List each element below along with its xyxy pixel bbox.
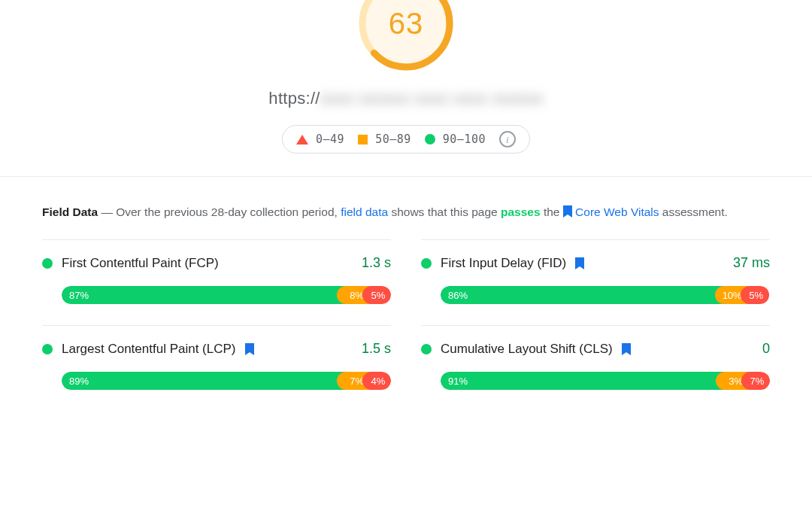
core-web-vitals-link[interactable]: Core Web Vitals	[575, 205, 659, 218]
distribution-poor-segment: 4%	[362, 372, 391, 390]
circle-good-icon	[425, 134, 435, 144]
legend-good-range: 90–100	[443, 132, 486, 146]
field-data-title: Field Data	[42, 205, 98, 218]
performance-score-gauge: 63	[357, 0, 455, 72]
field-data-text-2: shows that this page	[391, 205, 501, 218]
field-data-summary: Field Data — Over the previous 28-day co…	[42, 201, 770, 223]
metric-header: First Contentful Paint (FCP)1.3 s	[42, 255, 391, 271]
legend-average-range: 50–89	[375, 132, 411, 146]
field-data-passes: passes	[501, 205, 541, 218]
legend-info-icon[interactable]: i	[499, 131, 516, 148]
legend-good: 90–100	[425, 132, 486, 146]
url-redacted: xxxx xxxxxx xxxx xxxx xxxxxx	[320, 89, 544, 108]
metric-status-icon	[42, 258, 53, 269]
metric-card[interactable]: First Contentful Paint (FCP)1.3 s87%8%5%	[42, 239, 391, 304]
legend-poor: 0–49	[296, 132, 344, 146]
metric-card[interactable]: First Input Delay (FID)37 ms86%10%5%	[421, 239, 770, 304]
bookmark-icon	[563, 205, 572, 217]
metric-header: First Input Delay (FID)37 ms	[421, 255, 770, 271]
metric-distribution-bar: 89%7%4%	[62, 372, 391, 390]
metric-card[interactable]: Cumulative Layout Shift (CLS)091%3%7%	[421, 325, 770, 390]
field-data-text-1: — Over the previous 28-day collection pe…	[101, 205, 341, 218]
legend-average: 50–89	[358, 132, 411, 146]
metric-label: First Input Delay (FID)	[441, 256, 566, 271]
metric-distribution-bar: 86%10%5%	[441, 286, 770, 304]
field-data-text-3: the	[544, 205, 563, 218]
metric-label: Largest Contentful Paint (LCP)	[62, 342, 236, 357]
score-legend: 0–49 50–89 90–100 i	[282, 125, 530, 154]
metric-distribution-bar: 91%3%7%	[441, 372, 770, 390]
performance-score-value: 63	[357, 0, 455, 72]
square-average-icon	[358, 135, 368, 144]
metric-value: 1.3 s	[362, 255, 391, 271]
distribution-good-segment: 89%	[62, 372, 346, 390]
metric-label: First Contentful Paint (FCP)	[62, 256, 219, 271]
triangle-poor-icon	[296, 135, 308, 144]
metric-value: 0	[762, 341, 770, 357]
metric-status-icon	[421, 258, 432, 269]
metric-card[interactable]: Largest Contentful Paint (LCP)1.5 s89%7%…	[42, 325, 391, 390]
metric-label: Cumulative Layout Shift (CLS)	[441, 342, 613, 357]
distribution-good-segment: 86%	[441, 286, 724, 304]
metric-value: 37 ms	[733, 255, 770, 271]
metric-header: Cumulative Layout Shift (CLS)0	[421, 341, 770, 357]
url-prefix: https://	[268, 89, 320, 108]
legend-poor-range: 0–49	[316, 132, 344, 146]
metric-status-icon	[421, 344, 432, 354]
core-web-vital-bookmark-icon	[575, 257, 584, 269]
metric-header: Largest Contentful Paint (LCP)1.5 s	[42, 341, 391, 357]
metric-distribution-bar: 87%8%5%	[62, 286, 391, 304]
distribution-poor-segment: 5%	[741, 286, 769, 304]
core-web-vital-bookmark-icon	[245, 343, 254, 355]
section-divider	[0, 176, 812, 177]
distribution-poor-segment: 7%	[741, 372, 770, 390]
metric-value: 1.5 s	[362, 341, 391, 357]
distribution-good-segment: 87%	[62, 286, 346, 304]
field-data-text-4: assessment.	[662, 205, 728, 218]
metric-status-icon	[42, 344, 53, 354]
core-web-vital-bookmark-icon	[622, 343, 631, 355]
page-url: https:// xxxx xxxxxx xxxx xxxx xxxxxx	[268, 89, 543, 108]
distribution-poor-segment: 5%	[362, 286, 391, 304]
distribution-good-segment: 91%	[441, 372, 725, 390]
field-data-link[interactable]: field data	[341, 205, 388, 218]
